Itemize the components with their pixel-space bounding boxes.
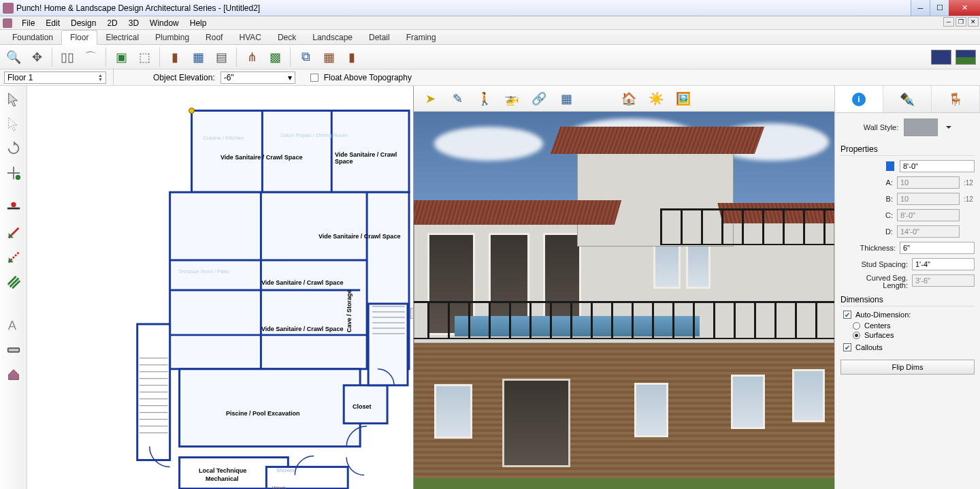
mdi-minimize-button[interactable]: ─ xyxy=(943,17,954,27)
toolbar-separator xyxy=(159,48,160,67)
object-elevation-label: Object Elevation: xyxy=(153,73,215,82)
house3d-icon[interactable]: 🏠 xyxy=(619,89,638,108)
app-menu-icon[interactable] xyxy=(3,18,12,28)
wall-style-dropdown-caret[interactable] xyxy=(946,126,951,131)
tab-detail[interactable]: Detail xyxy=(361,31,398,44)
thickness-input[interactable] xyxy=(900,242,975,254)
wall-break-out-tool[interactable] xyxy=(4,248,23,267)
floor-spinner[interactable]: ▲▼ xyxy=(98,74,103,82)
cursor3d-icon[interactable]: ➤ xyxy=(421,89,440,108)
float-topography-checkbox[interactable] xyxy=(310,74,318,82)
tab-hvac[interactable]: HVAC xyxy=(231,31,269,44)
tab-framing[interactable]: Framing xyxy=(398,31,444,44)
menu-help[interactable]: Help xyxy=(184,17,212,29)
tab-electrical[interactable]: Electrical xyxy=(97,31,147,44)
menu-design[interactable]: Design xyxy=(65,17,101,29)
window-minimize-button[interactable]: ─ xyxy=(911,0,930,16)
text-tool[interactable]: A xyxy=(4,316,23,335)
D-input[interactable] xyxy=(897,225,960,238)
panel-tab-furniture[interactable]: 🪑 xyxy=(932,86,980,112)
C-input[interactable] xyxy=(897,209,960,221)
zoom-icon[interactable]: 🔍 xyxy=(4,48,23,67)
stud-spacing-input[interactable] xyxy=(912,258,975,270)
walk-icon[interactable]: 🚶 xyxy=(475,89,494,108)
tab-deck[interactable]: Deck xyxy=(270,31,304,44)
mdi-close-button[interactable]: ✕ xyxy=(968,17,979,27)
tab-foundation[interactable]: Foundation xyxy=(4,31,61,44)
menu-edit[interactable]: Edit xyxy=(40,17,65,29)
floor-add-icon[interactable]: ▣ xyxy=(112,48,131,67)
centers-radio[interactable] xyxy=(853,322,860,330)
curved-seg-input[interactable] xyxy=(912,274,975,287)
mdi-window-buttons: ─ ❐ ✕ xyxy=(943,17,979,27)
object-elevation-input[interactable]: -6" ▾ xyxy=(220,72,295,84)
plan-label: Local Technique xyxy=(199,467,246,474)
door-icon[interactable]: ▮ xyxy=(165,48,184,67)
surfaces-label: Surfaces xyxy=(864,331,894,339)
tape-tool[interactable] xyxy=(4,341,23,360)
wall-break-in-tool[interactable] xyxy=(4,223,23,242)
toolbar-separator xyxy=(52,48,52,67)
pointer-tool[interactable] xyxy=(4,90,23,109)
flip-dims-button[interactable]: Flip Dims xyxy=(840,360,975,375)
helicopter-icon[interactable]: 🚁 xyxy=(502,89,521,108)
floor-grid-icon[interactable]: ▩ xyxy=(265,48,284,67)
window-maximize-button[interactable]: ☐ xyxy=(930,0,949,16)
callouts-label: Callouts xyxy=(855,343,883,351)
floor-select[interactable]: Floor 1 ▲▼ xyxy=(4,72,106,84)
select-similar-tool[interactable] xyxy=(4,114,23,133)
tab-roof[interactable]: Roof xyxy=(197,31,231,44)
wall-point-tool[interactable] xyxy=(4,199,23,218)
wall-style-swatch[interactable] xyxy=(904,119,938,136)
plan-label: Salon Repas / Dining Room xyxy=(280,132,348,138)
stairs-icon[interactable]: ▤ xyxy=(212,48,231,67)
surfaces-radio[interactable] xyxy=(853,332,860,339)
B-input[interactable] xyxy=(897,193,960,205)
menu-3d[interactable]: 3D xyxy=(123,17,144,29)
svg-text:A: A xyxy=(7,318,16,332)
menu-2d[interactable]: 2D xyxy=(101,17,122,29)
page-tool-icon[interactable]: ▯▯ xyxy=(58,48,77,67)
curtain-icon[interactable]: ⧉ xyxy=(296,48,315,67)
auto-dimension-checkbox[interactable]: ✔ xyxy=(843,311,851,319)
floorplan3d-icon[interactable]: ▦ xyxy=(557,89,576,108)
toolbar-separator xyxy=(236,48,237,67)
window-icon[interactable]: ▦ xyxy=(189,48,208,67)
cabinet-icon[interactable]: ▦ xyxy=(319,48,338,67)
window-close-button[interactable]: ✕ xyxy=(949,0,980,16)
tab-landscape[interactable]: Landscape xyxy=(304,31,361,44)
eyedropper-icon[interactable]: ✎ xyxy=(448,89,467,108)
render-settings-icon[interactable]: 🖼️ xyxy=(674,89,693,108)
menu-window[interactable]: Window xyxy=(144,17,184,29)
window-lower xyxy=(792,369,825,422)
length-color-chip xyxy=(886,161,894,171)
view-2d-chip[interactable] xyxy=(931,50,951,65)
sun-icon[interactable]: ☀️ xyxy=(647,89,666,108)
plan-label: Vide Sanitaire / Crawl Space xyxy=(220,154,302,161)
network-icon[interactable]: 🔗 xyxy=(529,89,549,108)
tab-floor[interactable]: Floor xyxy=(61,30,97,45)
railing-icon[interactable]: ⋔ xyxy=(242,48,261,67)
move-green-tool[interactable] xyxy=(4,163,23,183)
panel-tab-info[interactable]: i xyxy=(835,86,883,112)
hatch-tool[interactable] xyxy=(4,272,23,291)
menu-file[interactable]: File xyxy=(16,17,40,29)
rotate-tool[interactable] xyxy=(4,139,23,158)
wall-brick xyxy=(414,342,834,478)
plan-2d-view[interactable]: Vide Sanitaire / Crawl Space Vide Sanita… xyxy=(27,86,414,489)
column-icon[interactable]: ▮ xyxy=(342,48,361,67)
mdi-restore-button[interactable]: ❐ xyxy=(956,17,966,27)
floor-break-icon[interactable]: ⬚ xyxy=(135,48,154,67)
plan-label: Mechanical xyxy=(206,475,239,482)
tab-plumbing[interactable]: Plumbing xyxy=(147,31,197,44)
length-input[interactable] xyxy=(900,160,975,172)
callouts-checkbox[interactable]: ✔ xyxy=(843,343,851,351)
view-split-chip[interactable] xyxy=(956,50,976,65)
home-view-tool[interactable] xyxy=(4,365,23,384)
panel-tab-pen[interactable]: ✒️ xyxy=(883,86,932,112)
dropdown-caret-icon: ▾ xyxy=(288,73,292,82)
arc-wall-icon[interactable]: ⌒ xyxy=(81,48,100,67)
A-input[interactable] xyxy=(897,176,960,189)
pan-icon[interactable]: ✥ xyxy=(27,48,46,67)
view-3d[interactable]: ➤ ✎ 🚶 🚁 🔗 ▦ 🏠 ☀️ 🖼️ xyxy=(414,86,834,489)
